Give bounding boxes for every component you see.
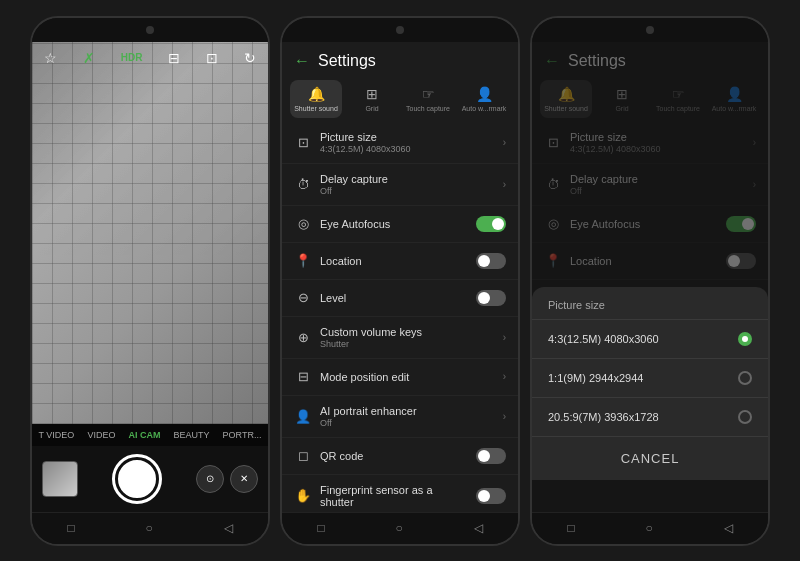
nav2-recents[interactable]: ◁ [474, 521, 483, 535]
tab3-watermark[interactable]: 👤 Auto w...rmark [708, 80, 760, 118]
dialog-option-1[interactable]: 4:3(12.5M) 4080x3060 [532, 320, 768, 359]
delay3-arrow: › [753, 179, 756, 190]
tab-grid[interactable]: ⊞ Grid [346, 80, 398, 118]
volume-text: Custom volume keys Shutter [320, 326, 495, 349]
tab-shutter-label: Shutter sound [294, 105, 338, 112]
qr-title: QR code [320, 450, 468, 462]
fingerprint-title: Fingerprint sensor as a shutter [320, 484, 468, 508]
settings-header: ← Settings [282, 42, 518, 76]
settings-tabs3: 🔔 Shutter sound ⊞ Grid ☞ Touch capture 👤… [532, 76, 768, 122]
cancel-button[interactable]: CANCEL [532, 437, 768, 480]
settings-item-volume[interactable]: ⊕ Custom volume keys Shutter › [282, 317, 518, 359]
qr-toggle[interactable] [476, 448, 506, 464]
shutter3-icon: 🔔 [558, 86, 575, 102]
settings-item-picture-size[interactable]: ⊡ Picture size 4:3(12.5M) 4080x3060 › [282, 122, 518, 164]
nav-recents[interactable]: ◁ [224, 521, 233, 535]
tab-touch-capture[interactable]: ☞ Touch capture [402, 80, 454, 118]
front-camera3 [646, 26, 654, 34]
autofocus3-toggle [726, 216, 756, 232]
delay3-text: Delay capture Off [570, 173, 745, 196]
nav2-back[interactable]: □ [317, 521, 324, 535]
picture3-title: Picture size [570, 131, 745, 143]
tab3-shutter-sound[interactable]: 🔔 Shutter sound [540, 80, 592, 118]
back-button[interactable]: ← [294, 52, 310, 70]
nav3-recents[interactable]: ◁ [724, 521, 733, 535]
flip-icon[interactable]: ↻ [244, 50, 256, 66]
tab-grid-label: Grid [365, 105, 378, 112]
level-toggle[interactable] [476, 290, 506, 306]
phone3-nav: □ ○ ◁ [532, 512, 768, 544]
hdr-icon[interactable]: ✗ [83, 50, 95, 66]
tab-shutter-sound[interactable]: 🔔 Shutter sound [290, 80, 342, 118]
focus-button[interactable]: ⊙ [196, 465, 224, 493]
settings3-picture-size: ⊡ Picture size 4:3(12.5M) 4080x3060 › [532, 122, 768, 164]
phone3-content: ← Settings 🔔 Shutter sound ⊞ Grid ☞ Touc… [532, 42, 768, 512]
tab3-grid[interactable]: ⊞ Grid [596, 80, 648, 118]
hdr-label[interactable]: HDR [121, 52, 143, 63]
phone-camera: ☆ ✗ HDR ⊟ ⊡ ↻ T VIDEO VIDEO AI CAM BEAUT… [30, 16, 270, 546]
back-button3[interactable]: ← [544, 52, 560, 70]
nav3-back[interactable]: □ [567, 521, 574, 535]
dialog-option-2[interactable]: 1:1(9M) 2944x2944 [532, 359, 768, 398]
settings-item-autofocus[interactable]: ◎ Eye Autofocus [282, 206, 518, 243]
nav-back[interactable]: □ [67, 521, 74, 535]
front-camera2 [396, 26, 404, 34]
picture-size-arrow: › [503, 137, 506, 148]
portrait-arrow: › [503, 411, 506, 422]
grid3-icon: ⊞ [616, 86, 628, 102]
fingerprint-toggle[interactable] [476, 488, 506, 504]
mode-aicam[interactable]: AI CAM [128, 430, 160, 440]
settings-item-qr[interactable]: ◻ QR code [282, 438, 518, 475]
settings-item-level[interactable]: ⊖ Level [282, 280, 518, 317]
picture3-sub: 4:3(12.5M) 4080x3060 [570, 144, 745, 154]
tab-watermark[interactable]: 👤 Auto w...rmark [458, 80, 510, 118]
nav3-home[interactable]: ○ [645, 521, 652, 535]
option1-text: 4:3(12.5M) 4080x3060 [548, 333, 730, 345]
zoom-button[interactable]: ✕ [230, 465, 258, 493]
mode-video[interactable]: VIDEO [87, 430, 115, 440]
delay-arrow: › [503, 179, 506, 190]
grid-icon: ⊞ [366, 86, 378, 102]
mode-edit-arrow: › [503, 371, 506, 382]
nav2-home[interactable]: ○ [395, 521, 402, 535]
front-camera [146, 26, 154, 34]
autofocus-toggle[interactable] [476, 216, 506, 232]
settings-icon[interactable]: ☆ [44, 50, 57, 66]
tab3-touch[interactable]: ☞ Touch capture [652, 80, 704, 118]
nav-home[interactable]: ○ [145, 521, 152, 535]
settings-item-mode-edit[interactable]: ⊟ Mode position edit › [282, 359, 518, 396]
settings-title: Settings [318, 52, 376, 70]
settings-item-delay[interactable]: ⏱ Delay capture Off › [282, 164, 518, 206]
portrait-text: AI portrait enhancer Off [320, 405, 495, 428]
photo-thumbnail[interactable] [42, 461, 78, 497]
shutter-sound-icon: 🔔 [308, 86, 325, 102]
autofocus-icon: ◎ [294, 215, 312, 233]
mode-beauty[interactable]: BEAUTY [174, 430, 210, 440]
tab3-shutter-label: Shutter sound [544, 105, 588, 112]
watermark3-icon: 👤 [726, 86, 743, 102]
aspect-icon[interactable]: ⊟ [168, 50, 180, 66]
location3-toggle [726, 253, 756, 269]
keyboard-pattern [32, 42, 268, 424]
shutter-button[interactable] [112, 454, 162, 504]
phones-container: ☆ ✗ HDR ⊟ ⊡ ↻ T VIDEO VIDEO AI CAM BEAUT… [20, 6, 780, 556]
mode-portrait[interactable]: PORTR... [223, 430, 262, 440]
phone3-notch [532, 18, 768, 42]
location3-icon: 📍 [544, 252, 562, 270]
volume-icon: ⊕ [294, 328, 312, 346]
mode-tvideo[interactable]: T VIDEO [39, 430, 75, 440]
location3-title: Location [570, 255, 718, 267]
settings-item-portrait[interactable]: 👤 AI portrait enhancer Off › [282, 396, 518, 438]
dialog-option-3[interactable]: 20.5:9(7M) 3936x1728 [532, 398, 768, 437]
picture-size-title: Picture size [320, 131, 495, 143]
settings-item-fingerprint[interactable]: ✋ Fingerprint sensor as a shutter [282, 475, 518, 512]
picture3-icon: ⊡ [544, 133, 562, 151]
settings-item-location[interactable]: 📍 Location [282, 243, 518, 280]
option1-radio [738, 332, 752, 346]
level-text: Level [320, 292, 468, 304]
location-toggle[interactable] [476, 253, 506, 269]
touch3-icon: ☞ [672, 86, 685, 102]
volume-sub: Shutter [320, 339, 495, 349]
shutter-inner [118, 460, 156, 498]
timer-icon[interactable]: ⊡ [206, 50, 218, 66]
